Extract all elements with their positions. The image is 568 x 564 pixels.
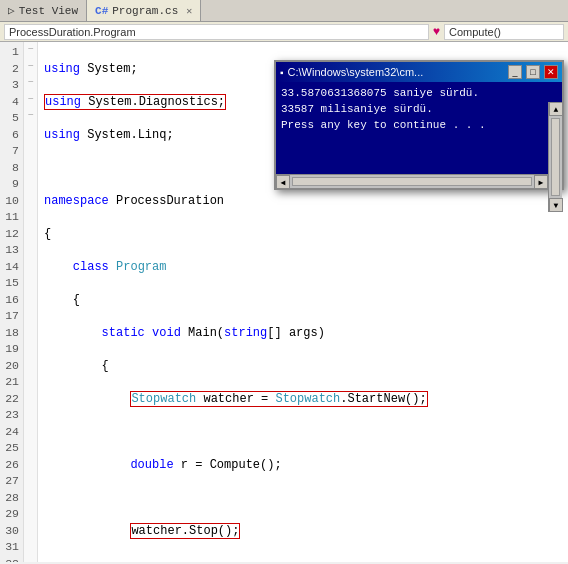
console-title: C:\Windows\system32\cm...: [288, 66, 504, 78]
console-hscrollbar[interactable]: ◀ ▶: [276, 174, 548, 188]
tab-program-cs[interactable]: C# Program.cs ✕: [87, 0, 201, 21]
toolbar: ♥: [0, 22, 568, 42]
code-line-8: {: [44, 292, 562, 309]
console-body: 33.5870631368075 saniye sürdü. 33587 mil…: [276, 82, 562, 188]
console-line-4: [281, 133, 557, 149]
code-line-6: {: [44, 226, 562, 243]
code-line-15: watcher.Stop();: [44, 523, 562, 540]
console-minimize-button[interactable]: _: [508, 65, 522, 79]
console-window: ▪ C:\Windows\system32\cm... _ □ ✕ 33.587…: [274, 60, 564, 190]
breadcrumb-path-input[interactable]: [4, 24, 429, 40]
fold-7[interactable]: −: [24, 75, 37, 92]
code-line-9: static void Main(string[] args): [44, 325, 562, 342]
console-vscrollbar[interactable]: ▲ ▼: [548, 102, 562, 212]
title-bar: ▷ Test View C# Program.cs ✕: [0, 0, 568, 22]
console-close-button[interactable]: ✕: [544, 65, 558, 79]
fold-22[interactable]: −: [24, 108, 37, 125]
console-sys-icon: ▪: [280, 67, 284, 78]
code-line-10: {: [44, 358, 562, 375]
hscrollbar-thumb[interactable]: [292, 177, 532, 186]
tab-testview-label: Test View: [19, 5, 78, 17]
code-line-11: Stopwatch watcher = Stopwatch.StartNew()…: [44, 391, 562, 408]
console-titlebar: ▪ C:\Windows\system32\cm... _ □ ✕: [276, 62, 562, 82]
test-view-icon: ▷: [8, 4, 15, 17]
tab-program-label: Program.cs: [112, 5, 178, 17]
console-line-3: Press any key to continue . . .: [281, 117, 557, 133]
code-line-14: [44, 490, 562, 507]
fold-9[interactable]: −: [24, 92, 37, 109]
heart-icon: ♥: [433, 25, 440, 39]
hscrollbar-right-button[interactable]: ▶: [534, 175, 548, 189]
code-line-5: namespace ProcessDuration: [44, 193, 562, 210]
console-line-1: 33.5870631368075 saniye sürdü.: [281, 85, 557, 101]
cs-file-icon: C#: [95, 5, 108, 17]
code-line-7: class Program: [44, 259, 562, 276]
scrollbar-thumb[interactable]: [551, 118, 560, 196]
code-line-13: double r = Compute();: [44, 457, 562, 474]
editor-container: 1234 5678 9101112 13141516 17181920 2122…: [0, 42, 568, 562]
fold-gutter: − − − − −: [24, 42, 38, 562]
line-numbers: 1234 5678 9101112 13141516 17181920 2122…: [0, 42, 24, 562]
code-line-16: [44, 556, 562, 563]
scrollbar-down-button[interactable]: ▼: [549, 198, 563, 212]
tab-close-button[interactable]: ✕: [182, 5, 192, 17]
console-maximize-button[interactable]: □: [526, 65, 540, 79]
code-line-12: [44, 424, 562, 441]
scrollbar-up-button[interactable]: ▲: [549, 102, 563, 116]
console-line-2: 33587 milisaniye sürdü.: [281, 101, 557, 117]
fold-1[interactable]: −: [24, 42, 37, 59]
fold-5[interactable]: −: [24, 59, 37, 76]
hscrollbar-left-button[interactable]: ◀: [276, 175, 290, 189]
tab-test-view[interactable]: ▷ Test View: [0, 0, 87, 21]
breadcrumb-function-input[interactable]: [444, 24, 564, 40]
